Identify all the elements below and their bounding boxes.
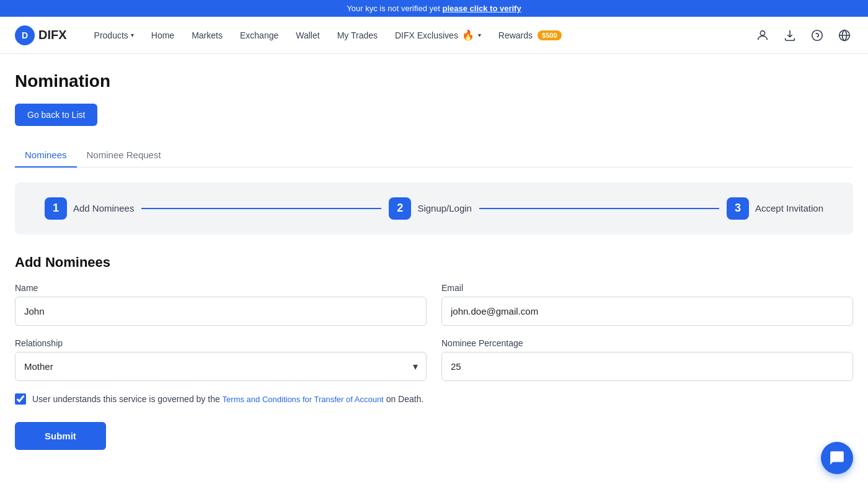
user-icon[interactable] <box>754 27 771 44</box>
form-section-title: Add Nominees <box>15 254 853 271</box>
step-line-2 <box>479 208 719 209</box>
form-group-relationship: Relationship Mother Father Spouse Child … <box>15 338 427 381</box>
step-1-number: 1 <box>45 197 67 220</box>
nav-my-trades[interactable]: My Trades <box>330 25 385 45</box>
form-group-name: Name <box>15 283 427 326</box>
help-icon[interactable] <box>808 27 826 44</box>
name-input[interactable] <box>15 297 427 326</box>
email-input[interactable] <box>441 297 853 326</box>
nav-icons-group <box>754 27 853 44</box>
tab-nominees[interactable]: Nominees <box>15 143 77 168</box>
nav-markets[interactable]: Markets <box>184 25 230 45</box>
logo-text: DIFX <box>38 28 67 42</box>
nav-items: Products ▾ Home Markets Exchange Wallet … <box>87 24 754 46</box>
step-2-label: Signup/Login <box>417 203 472 213</box>
nav-exchange[interactable]: Exchange <box>232 25 286 45</box>
nav-home[interactable]: Home <box>144 25 182 45</box>
relationship-select-wrap: Mother Father Spouse Child Sibling Other <box>15 352 427 381</box>
tab-nominee-request[interactable]: Nominee Request <box>77 143 171 168</box>
relationship-select[interactable]: Mother Father Spouse Child Sibling Other <box>15 352 427 381</box>
form-group-email: Email <box>441 283 853 326</box>
banner-text: Your kyc is not verified yet <box>347 4 442 13</box>
step-3-label: Accept Invitation <box>755 203 823 213</box>
kyc-verify-link[interactable]: please click to verify <box>442 4 521 13</box>
page-content: Nomination Go back to List Nominees Nomi… <box>0 54 868 467</box>
percentage-input[interactable] <box>441 352 853 381</box>
step-2: 2 Signup/Login <box>389 197 472 220</box>
step-2-number: 2 <box>389 197 411 220</box>
step-1: 1 Add Nominees <box>45 197 134 220</box>
tabs: Nominees Nominee Request <box>15 143 853 168</box>
nav-rewards[interactable]: Rewards $500 <box>491 25 569 45</box>
nav-wallet[interactable]: Wallet <box>288 25 327 45</box>
stepper: 1 Add Nominees 2 Signup/Login 3 Accept I… <box>15 182 853 235</box>
svg-point-1 <box>812 30 823 40</box>
logo-icon: D <box>15 25 35 45</box>
terms-link[interactable]: Terms and Conditions for Transfer of Acc… <box>223 395 384 404</box>
download-icon[interactable] <box>781 27 799 44</box>
terms-checkbox[interactable] <box>15 393 26 405</box>
exclusives-chevron-icon: ▾ <box>478 32 481 38</box>
percentage-label: Nominee Percentage <box>441 338 853 348</box>
terms-label: User understands this service is governe… <box>32 394 423 404</box>
globe-icon[interactable] <box>836 27 853 44</box>
navbar: D DIFX Products ▾ Home Markets Exchange … <box>0 17 868 54</box>
nav-products[interactable]: Products ▾ <box>87 25 141 45</box>
form-group-percentage: Nominee Percentage <box>441 338 853 381</box>
step-3: 3 Accept Invitation <box>727 197 823 220</box>
terms-checkbox-row: User understands this service is governe… <box>15 393 853 405</box>
rewards-badge: $500 <box>538 30 561 40</box>
nav-difx-exclusives[interactable]: DIFX Exclusives 🔥 ▾ <box>388 24 489 46</box>
email-label: Email <box>441 283 853 293</box>
go-back-button[interactable]: Go back to List <box>15 104 97 126</box>
logo[interactable]: D DIFX <box>15 25 67 45</box>
form-row-name-email: Name Email <box>15 283 853 326</box>
svg-point-0 <box>760 30 764 35</box>
submit-button[interactable]: Submit <box>15 422 106 450</box>
step-1-label: Add Nominees <box>73 203 134 213</box>
step-line-1 <box>141 208 381 209</box>
page-title: Nomination <box>15 71 853 91</box>
kyc-banner: Your kyc is not verified yet please clic… <box>0 0 868 17</box>
name-label: Name <box>15 283 427 293</box>
relationship-label: Relationship <box>15 338 427 348</box>
products-chevron-icon: ▾ <box>131 32 134 38</box>
step-3-number: 3 <box>727 197 749 220</box>
form-row-relationship-percentage: Relationship Mother Father Spouse Child … <box>15 338 853 381</box>
flame-icon: 🔥 <box>462 30 474 40</box>
